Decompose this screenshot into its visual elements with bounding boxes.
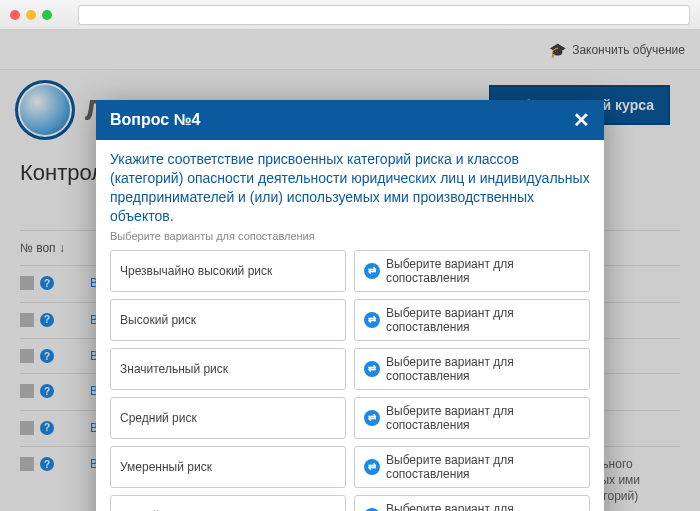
- question-hint: Выберите варианты для сопоставления: [110, 230, 590, 242]
- match-left-cell[interactable]: Высокий риск: [110, 299, 346, 341]
- swap-icon: ⇄: [364, 361, 380, 377]
- swap-icon: ⇄: [364, 410, 380, 426]
- url-bar[interactable]: [78, 5, 690, 25]
- match-left-cell[interactable]: Средний риск: [110, 397, 346, 439]
- modal-title: Вопрос №4: [110, 111, 200, 129]
- match-left-label: Значительный риск: [120, 362, 228, 376]
- match-row: Чрезвычайно высокий риск⇄Выберите вариан…: [110, 250, 590, 292]
- match-right-cell[interactable]: ⇄Выберите вариант для сопоставления: [354, 299, 590, 341]
- question-modal: Вопрос №4 ✕ Укажите соответствие присвое…: [96, 100, 604, 511]
- swap-icon: ⇄: [364, 508, 380, 511]
- match-row: Низкий риск⇄Выберите вариант для сопоста…: [110, 495, 590, 511]
- match-right-placeholder: Выберите вариант для сопоставления: [386, 502, 580, 511]
- match-left-cell[interactable]: Значительный риск: [110, 348, 346, 390]
- match-left-cell[interactable]: Низкий риск: [110, 495, 346, 511]
- swap-icon: ⇄: [364, 263, 380, 279]
- swap-icon: ⇄: [364, 459, 380, 475]
- match-right-placeholder: Выберите вариант для сопоставления: [386, 404, 580, 432]
- match-row: Высокий риск⇄Выберите вариант для сопост…: [110, 299, 590, 341]
- match-right-placeholder: Выберите вариант для сопоставления: [386, 306, 580, 334]
- page: 🎓 Закончить обучение Л Работа с темой ку…: [0, 30, 700, 511]
- window-max-dot[interactable]: [42, 10, 52, 20]
- match-right-cell[interactable]: ⇄Выберите вариант для сопоставления: [354, 250, 590, 292]
- match-right-cell[interactable]: ⇄Выберите вариант для сопоставления: [354, 397, 590, 439]
- match-left-label: Чрезвычайно высокий риск: [120, 264, 272, 278]
- match-right-cell[interactable]: ⇄Выберите вариант для сопоставления: [354, 446, 590, 488]
- question-text: Укажите соответствие присвоенных категор…: [110, 150, 590, 226]
- match-left-label: Высокий риск: [120, 313, 196, 327]
- close-icon[interactable]: ✕: [573, 110, 590, 130]
- browser-chrome: [0, 0, 700, 30]
- match-left-cell[interactable]: Чрезвычайно высокий риск: [110, 250, 346, 292]
- match-left-label: Средний риск: [120, 411, 197, 425]
- match-rows: Чрезвычайно высокий риск⇄Выберите вариан…: [110, 250, 590, 511]
- modal-body: Укажите соответствие присвоенных категор…: [96, 140, 604, 511]
- modal-header: Вопрос №4 ✕: [96, 100, 604, 140]
- match-row: Умеренный риск⇄Выберите вариант для сопо…: [110, 446, 590, 488]
- window-close-dot[interactable]: [10, 10, 20, 20]
- match-row: Значительный риск⇄Выберите вариант для с…: [110, 348, 590, 390]
- match-right-cell[interactable]: ⇄Выберите вариант для сопоставления: [354, 348, 590, 390]
- match-row: Средний риск⇄Выберите вариант для сопост…: [110, 397, 590, 439]
- swap-icon: ⇄: [364, 312, 380, 328]
- match-left-label: Умеренный риск: [120, 460, 212, 474]
- match-right-placeholder: Выберите вариант для сопоставления: [386, 453, 580, 481]
- match-right-placeholder: Выберите вариант для сопоставления: [386, 257, 580, 285]
- match-right-cell[interactable]: ⇄Выберите вариант для сопоставления: [354, 495, 590, 511]
- match-right-placeholder: Выберите вариант для сопоставления: [386, 355, 580, 383]
- window-min-dot[interactable]: [26, 10, 36, 20]
- match-left-cell[interactable]: Умеренный риск: [110, 446, 346, 488]
